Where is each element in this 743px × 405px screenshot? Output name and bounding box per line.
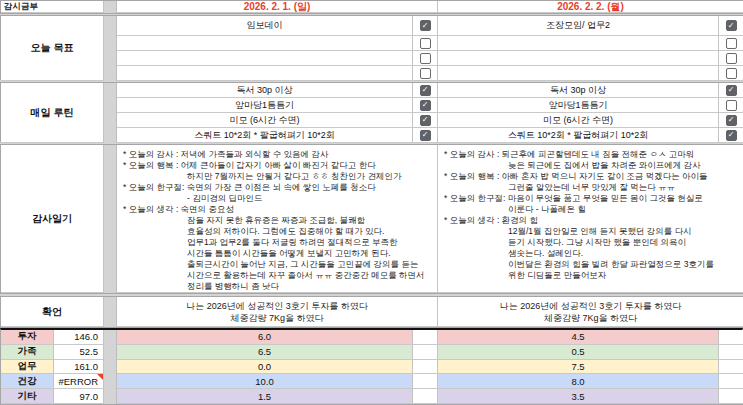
checkbox-icon[interactable] (726, 85, 737, 96)
diary-line: 늦은 퇴근에도 집에서 밥을 차려준 와이프에게 감사 (444, 160, 739, 171)
checkbox-icon[interactable] (420, 53, 431, 64)
checkbox-icon[interactable] (420, 100, 431, 111)
diary-line: 위한 디딤돌로 만들어보자 (444, 270, 739, 281)
goal-text-cell-day1[interactable]: 임보데이 (117, 16, 413, 36)
date-header-day2: 2026. 2. 2. (월) (438, 1, 743, 13)
checkbox-icon[interactable] (726, 68, 737, 79)
routine-checkbox-cell-day1 (413, 83, 438, 98)
diary-line: 이룬다 - 나폴레온 힐 (444, 204, 739, 215)
header-row: 감시금부 2026. 2. 1. (일) 2026. 2. 2. (월) (0, 0, 743, 14)
score-spacer (413, 360, 438, 375)
gutter (104, 1, 117, 13)
score-value-day2[interactable]: 8.0 (438, 374, 719, 389)
routine-checkbox-cell-day2 (719, 113, 743, 128)
goals-section: 오늘 목표 임보데이 조장모임/ 업무2 (0, 15, 743, 80)
goal-text-cell-day1[interactable] (117, 51, 413, 66)
goal-checkbox-cell-day1 (413, 36, 438, 51)
routine-section: 매일 루틴 독서 30p 이상 독서 30p 이상 앞마당1틈틈기 앞마당1틈틈… (0, 82, 743, 142)
checkbox-icon[interactable] (420, 115, 431, 126)
affirmation-section: 확언 나는 2026년에 성공적인 3호기 투자를 하였다 체중감량 7Kg을 … (0, 296, 743, 328)
score-total-cell[interactable]: 97.0 (54, 389, 104, 404)
diary-line: 그런줄 알았는데 너무 맛있게 잘 먹는다 ㅠㅠ (444, 182, 739, 193)
routine-text-cell-day1[interactable]: 독서 30p 이상 (117, 83, 413, 98)
score-total-cell[interactable]: 161.0 (54, 360, 104, 375)
goal-text-cell-day2[interactable]: 조장모임/ 업무2 (438, 16, 719, 36)
routine-text-cell-day2[interactable]: 미모 (6시간 수면) (438, 113, 719, 128)
score-value-day1[interactable]: 0.0 (117, 360, 413, 375)
score-category-label: 기타 (1, 389, 54, 404)
score-value-day1[interactable]: 6.5 (117, 345, 413, 360)
diary-line: * 오늘의 행복 : 어제 큰아들이 갑자기 아빠 살이 빠진거 같다고 한다 (123, 160, 433, 171)
affirmation-text-day2[interactable]: 나는 2026년에 성공적인 3호기 투자를 하였다 체중감량 7Kg을 하였다 (438, 297, 743, 327)
affirmation-text-day1[interactable]: 나는 2026년에 성공적인 3호기 투자를 하였다 체중감량 7Kg을 하였다 (117, 297, 438, 327)
checkbox-icon[interactable] (420, 85, 431, 96)
diary-line: 듣기 시작했다. 그냥 시작만 했을 뿐인데 의욕이 (444, 237, 739, 248)
diary-text-day2[interactable]: * 오늘의 감사 : 퇴근후에 피곤할텐데도 내 짐을 전해준 ㅇㅅ 고마워늦은… (438, 145, 743, 293)
diary-text-day1[interactable]: * 오늘의 감사 : 저녁에 가족들과 외식할 수 있음에 감사* 오늘의 행복… (117, 145, 438, 293)
routine-text-cell-day2[interactable]: 독서 30p 이상 (438, 83, 719, 98)
score-value-day1[interactable]: 6.0 (117, 330, 413, 345)
checkbox-icon[interactable] (420, 68, 431, 79)
score-value-day2[interactable]: 4.5 (438, 330, 719, 345)
routine-section-label: 매일 루틴 (1, 83, 104, 143)
score-spacer (719, 345, 743, 360)
checkbox-icon[interactable] (726, 38, 737, 49)
score-spacer (719, 374, 743, 389)
gutter (104, 360, 117, 375)
diary-section: 감사일기 * 오늘의 감사 : 저녁에 가족들과 외식할 수 있음에 감사* 오… (0, 144, 743, 294)
checkbox-icon[interactable] (726, 20, 737, 31)
routine-text-cell-day2[interactable]: 스쿼트 10*2회 * 팔굽혀펴기 10*2회 (438, 128, 719, 143)
goal-text-cell-day1[interactable] (117, 36, 413, 51)
affirmation-section-label: 확언 (1, 297, 104, 327)
diary-line: * 오늘의 감사 : 퇴근후에 피곤할텐데도 내 짐을 전해준 ㅇㅅ 고마워 (444, 149, 739, 160)
score-spacer (719, 360, 743, 375)
diary-line: 시간으로 활용하는데 자꾸 졸아서 ㅠㅠ 중간중간 메모를 하면서 (123, 270, 433, 281)
routine-text-cell-day2[interactable]: 앞마당1틈틈기 (438, 98, 719, 113)
diary-line: * 오늘의 생각 : 환경의 힘 (444, 215, 739, 226)
routine-checkbox-cell-day1 (413, 98, 438, 113)
score-value-day2[interactable]: 3.5 (438, 389, 719, 404)
goal-checkbox-cell-day2 (719, 51, 743, 66)
score-value-day2[interactable]: 7.5 (438, 360, 719, 375)
score-spacer (413, 330, 438, 345)
score-spacer (719, 389, 743, 404)
score-category-label: 가족 (1, 345, 54, 360)
checkbox-icon[interactable] (726, 130, 737, 141)
routine-checkbox-cell-day1 (413, 128, 438, 143)
goal-text-cell-day2[interactable] (438, 36, 719, 51)
score-value-day2[interactable]: 0.5 (438, 345, 719, 360)
score-total-cell[interactable]: 52.5 (54, 345, 104, 360)
diary-line: 이번달은 환경의 힘을 빌려 한달 파란열정으로 3호기를 (444, 259, 739, 270)
goal-text-cell-day2[interactable] (438, 51, 719, 66)
score-total-cell[interactable]: #ERROR (54, 374, 104, 389)
diary-line: * 오늘의 행복 : 아빠 혼자 밥 먹으니 자기도 같이 조금 먹겠다는 아이… (444, 171, 739, 182)
routine-text-cell-day1[interactable]: 미모 (6시간 수면) (117, 113, 413, 128)
goal-checkbox-cell-day1 (413, 51, 438, 66)
diary-line: * 오늘의 감사 : 저녁에 가족들과 외식할 수 있음에 감사 (123, 149, 433, 160)
routine-checkbox-cell-day2 (719, 83, 743, 98)
goal-text-cell-day2[interactable] (438, 66, 719, 81)
routine-text-cell-day1[interactable]: 앞마당1틈틈기 (117, 98, 413, 113)
goal-checkbox-cell-day2 (719, 66, 743, 81)
gutter (104, 345, 117, 360)
checkbox-icon[interactable] (726, 115, 737, 126)
checkbox-icon[interactable] (726, 53, 737, 64)
checkbox-icon[interactable] (420, 20, 431, 31)
score-value-day1[interactable]: 10.0 (117, 374, 413, 389)
routine-text-cell-day1[interactable]: 스쿼트 10*2회 * 팔굽혀펴기 10*2회 (117, 128, 413, 143)
diary-line: 출퇴근시간이 늘어난 지금, 그 시간들을 고민끝에 강의를 듣는 (123, 259, 433, 270)
score-value-day1[interactable]: 1.5 (117, 389, 413, 404)
diary-line: * 오늘의 생각 : 숙면의 중요성 (123, 204, 433, 215)
goal-checkbox-cell-day1 (413, 66, 438, 81)
diary-section-label: 감사일기 (1, 145, 104, 293)
gutter (104, 297, 117, 327)
score-total-cell[interactable]: 146.0 (54, 330, 104, 345)
checkbox-icon[interactable] (726, 100, 737, 111)
goals-section-label: 오늘 목표 (1, 16, 104, 81)
checkbox-icon[interactable] (420, 38, 431, 49)
score-spacer (413, 345, 438, 360)
gutter (104, 83, 117, 143)
checkbox-icon[interactable] (420, 130, 431, 141)
goal-text-cell-day1[interactable] (117, 66, 413, 81)
diary-line: - 김미경의 딥마인드 (123, 193, 433, 204)
